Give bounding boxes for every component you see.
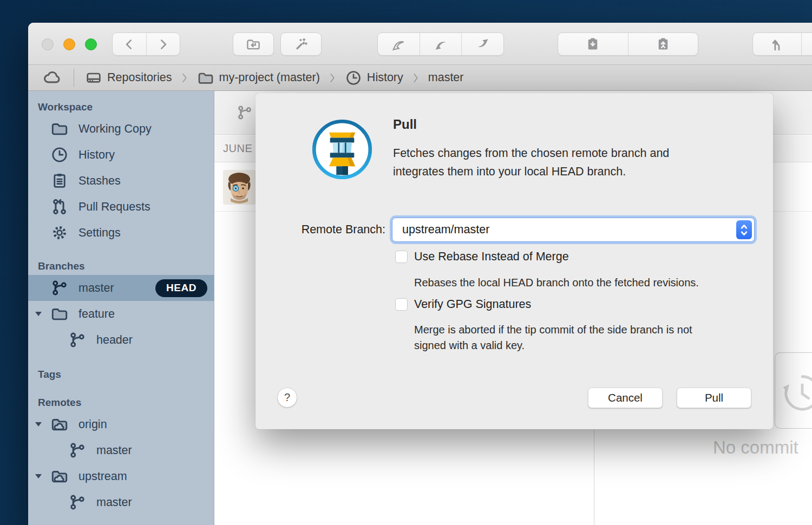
remote-branch-label: Remote Branch:: [256, 223, 385, 237]
sidebar-item-working-copy[interactable]: Working Copy: [28, 116, 214, 142]
sidebar-item-history[interactable]: History: [28, 142, 214, 168]
sidebar-remote-upstream-master[interactable]: master: [28, 489, 214, 515]
cloud-icon[interactable]: [42, 68, 63, 88]
breadcrumb-label: master: [428, 71, 464, 84]
verify-gpg-label: Verify GPG Signatures: [414, 298, 531, 311]
branch-up-icon: [769, 36, 785, 52]
breadcrumb-label: my-project (master): [219, 71, 320, 84]
push-button[interactable]: [462, 33, 503, 55]
sidebar-item-label: Stashes: [78, 174, 121, 188]
sidebar-item-settings[interactable]: Settings: [28, 220, 214, 246]
branch-button[interactable]: [753, 33, 802, 55]
merge-button[interactable]: [802, 33, 812, 55]
stash-button[interactable]: [558, 33, 628, 55]
remote-folder-icon: [50, 467, 69, 485]
chevron-right-icon: [179, 72, 191, 84]
avatar: [223, 170, 256, 205]
description-line: Rebases the local HEAD branch onto the f…: [414, 275, 699, 291]
close-button[interactable]: [42, 38, 54, 50]
description-line: Merge is aborted if the tip commit of th…: [414, 322, 692, 338]
breadcrumb-label: Repositories: [107, 71, 172, 84]
stash-clipboard-up-icon: [655, 36, 671, 52]
folder-return-icon: [245, 36, 261, 52]
disclosure-triangle-icon[interactable]: [34, 472, 43, 481]
branch-icon: [50, 279, 69, 297]
dialog-title: Pull: [393, 117, 417, 132]
sidebar-item-label: header: [96, 333, 133, 347]
sidebar-item-label: origin: [78, 418, 107, 431]
chevron-up-down-icon: [740, 222, 748, 238]
history-clock-icon: [781, 371, 812, 415]
breadcrumb-history[interactable]: History: [345, 69, 403, 87]
description-line: signed with a valid key.: [414, 338, 692, 353]
back-button[interactable]: [113, 33, 147, 55]
titlebar: [28, 23, 812, 65]
pull-button[interactable]: Pull: [677, 388, 751, 408]
fetch-button[interactable]: [378, 33, 420, 55]
forward-button[interactable]: [147, 33, 180, 55]
sidebar-remote-origin-master[interactable]: master: [28, 437, 214, 463]
stash-clipboard-down-icon: [585, 36, 601, 52]
sidebar-item-stashes[interactable]: Stashes: [28, 168, 214, 194]
sidebar-branch-master[interactable]: master HEAD: [28, 275, 214, 301]
branch-icon: [68, 493, 87, 511]
zoom-button[interactable]: [85, 38, 97, 50]
breadcrumb-label: History: [367, 71, 403, 84]
pull-button[interactable]: [420, 33, 462, 55]
verify-gpg-description: Merge is aborted if the tip commit of th…: [414, 322, 692, 353]
sidebar-item-label: History: [78, 148, 115, 162]
pull-arrow-icon: [433, 36, 449, 52]
branch-icon: [68, 331, 87, 349]
branch-icon: [236, 104, 253, 121]
disclosure-triangle-icon[interactable]: [34, 310, 43, 318]
breadcrumb-repositories[interactable]: Repositories: [85, 69, 172, 87]
remote-branch-value: upstream/master: [402, 223, 489, 237]
sidebar-item-label: Settings: [78, 226, 121, 240]
magic-wand-icon: [293, 36, 309, 52]
nav-segment: [112, 32, 180, 56]
description-line: Fetches changes from the chosen remote b…: [393, 144, 669, 162]
date-group-label: JUNE: [223, 142, 252, 155]
section-title-branches: Branches: [28, 260, 214, 273]
open-repository-button[interactable]: [233, 32, 274, 56]
chevron-right-icon: [410, 72, 422, 84]
use-rebase-row: Use Rebase Instead of Merge: [395, 250, 569, 264]
drive-icon: [85, 69, 102, 87]
sidebar-remote-upstream[interactable]: upstream: [28, 463, 214, 489]
help-button[interactable]: ?: [277, 388, 297, 408]
chevron-right-icon: [326, 72, 338, 84]
description-line: integrates them into your local HEAD bra…: [393, 162, 669, 181]
branch-segment: [752, 32, 812, 56]
sidebar-remote-origin[interactable]: origin: [28, 411, 214, 437]
sidebar-branch-folder-feature[interactable]: feature: [28, 301, 214, 327]
sidebar-item-label: upstream: [78, 470, 127, 483]
magic-wand-button[interactable]: [280, 32, 322, 56]
sidebar-item-label: Pull Requests: [78, 200, 150, 214]
sidebar-item-label: Working Copy: [78, 122, 152, 136]
section-title-workspace: Workspace: [28, 101, 214, 114]
sync-segment: [377, 32, 504, 56]
pop-stash-button[interactable]: [628, 33, 698, 55]
verify-gpg-row: Verify GPG Signatures: [395, 298, 531, 311]
breadcrumb-repo[interactable]: my-project (master): [197, 69, 320, 87]
folder-icon: [197, 69, 214, 87]
remote-branch-select[interactable]: upstream/master: [392, 218, 755, 242]
sidebar-item-label: feature: [78, 307, 115, 321]
disclosure-triangle-icon[interactable]: [34, 420, 43, 429]
sidebar-branch-header[interactable]: header: [28, 327, 214, 353]
breadcrumb-branch[interactable]: master: [428, 71, 464, 84]
use-rebase-description: Rebases the local HEAD branch onto the f…: [414, 275, 699, 291]
verify-gpg-checkbox[interactable]: [395, 298, 408, 311]
gear-icon: [50, 224, 69, 242]
sidebar-item-pull-requests[interactable]: Pull Requests: [28, 194, 214, 220]
sidebar-item-label: master: [78, 281, 114, 295]
cancel-button[interactable]: Cancel: [588, 388, 663, 408]
select-stepper[interactable]: [736, 220, 752, 239]
pull-request-icon: [50, 198, 69, 216]
use-rebase-checkbox[interactable]: [395, 251, 408, 263]
push-arrow-icon: [475, 36, 491, 52]
clock-icon: [345, 69, 362, 87]
use-rebase-label: Use Rebase Instead of Merge: [414, 250, 569, 264]
minimize-button[interactable]: [63, 38, 75, 50]
no-commit-text: No commit: [713, 437, 798, 458]
